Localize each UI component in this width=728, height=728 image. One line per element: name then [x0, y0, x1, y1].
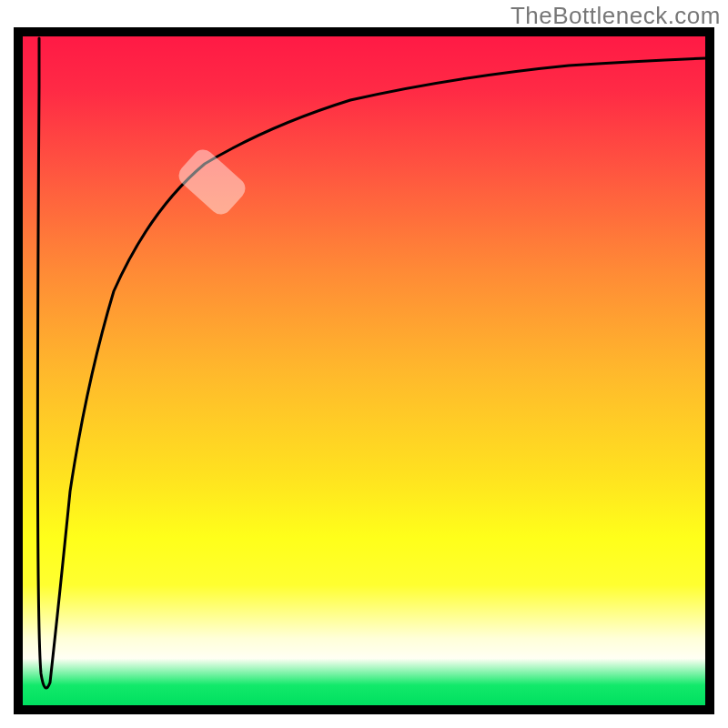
curve-path — [37, 38, 705, 688]
plot-area — [14, 27, 714, 714]
watermark-text: TheBottleneck.com — [511, 2, 721, 30]
bottleneck-curve — [23, 36, 705, 705]
chart-container: TheBottleneck.com — [0, 0, 728, 728]
